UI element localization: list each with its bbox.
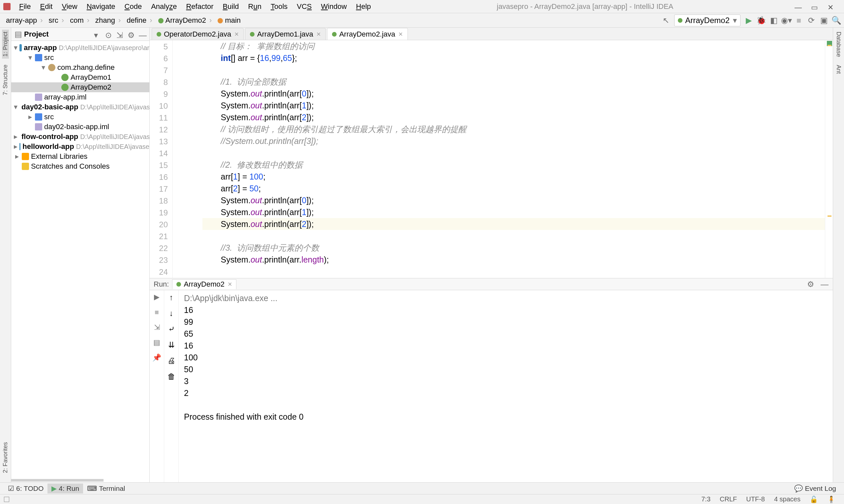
tool-structure[interactable]: 7: Structure — [2, 62, 9, 97]
tab-operatordemo2[interactable]: OperatorDemo2.java× — [152, 28, 244, 40]
tree-class-arraydemo2[interactable]: ArrayDemo2 — [11, 82, 149, 92]
print-icon[interactable]: 🖨 — [168, 356, 175, 365]
menu-tools[interactable]: Tools — [266, 2, 292, 11]
tab-arraydemo2[interactable]: ArrayDemo2.java× — [327, 28, 408, 40]
tool-event-log[interactable]: 💬Event Log — [790, 484, 840, 493]
tree-src-day02[interactable]: ▸src — [11, 112, 149, 122]
status-hector-icon[interactable]: 🧍 — [823, 496, 840, 503]
tree-package[interactable]: ▾com.zhang.define — [11, 62, 149, 72]
menu-help[interactable]: Help — [351, 2, 376, 11]
status-readonly-icon[interactable]: 🔓 — [805, 496, 823, 503]
layout-icon[interactable]: ▤ — [153, 338, 160, 347]
project-structure-icon[interactable]: ▣ — [820, 16, 828, 25]
code-area[interactable]: // 目标： 掌握数组的访问 int[] arr = {16,99,65}; /… — [183, 40, 825, 278]
tree-module-day02[interactable]: ▾day02-basic-appD:\App\ItelliJIDEA\javas… — [11, 102, 149, 112]
stop-icon[interactable]: ■ — [155, 308, 159, 317]
editor-right-stripe[interactable] — [825, 40, 833, 278]
tree-class-arraydemo1[interactable]: ArrayDemo1 — [11, 72, 149, 82]
profile-icon[interactable]: ◉▾ — [782, 16, 791, 25]
editor[interactable]: 5678910111213141516171819202122232425 //… — [150, 40, 833, 278]
status-caret-position[interactable]: 7:3 — [696, 496, 715, 503]
dump-icon[interactable]: ⇲ — [154, 323, 160, 332]
tree-module-array-app[interactable]: ▾array-appD:\App\ItelliJIDEA\javasepro\a… — [11, 43, 149, 53]
crumb-com[interactable]: com — [67, 16, 92, 25]
run-panel-tab[interactable]: ArrayDemo2 × — [172, 280, 236, 289]
down-icon[interactable]: ↓ — [170, 309, 173, 318]
menu-navigate[interactable]: Navigate — [82, 2, 120, 11]
crumb-zhang[interactable]: zhang — [93, 16, 123, 25]
menu-build[interactable]: Build — [218, 2, 244, 11]
tree-src[interactable]: ▾src — [11, 53, 149, 62]
run-console[interactable]: D:\App\jdk\bin\java.exe ...1699651610050… — [179, 290, 833, 482]
project-view-icon[interactable]: ▤ — [15, 30, 22, 39]
crumb-class[interactable]: ArrayDemo2 — [156, 16, 214, 25]
project-resize-handle[interactable] — [11, 479, 149, 482]
tree-iml-array-app[interactable]: array-app.iml — [11, 92, 149, 102]
coverage-icon[interactable]: ◧ — [770, 16, 778, 25]
menu-window[interactable]: Window — [316, 2, 351, 11]
run-tab-close-icon[interactable]: × — [228, 280, 232, 289]
menu-vcs[interactable]: VCS — [292, 2, 316, 11]
tree-scratches[interactable]: Scratches and Consoles — [11, 161, 149, 171]
hide-icon[interactable]: — — [139, 31, 146, 38]
update-icon[interactable]: ⟳ — [807, 16, 816, 25]
run-settings-icon[interactable]: ⚙ — [806, 280, 815, 289]
tool-project[interactable]: 1: Project — [2, 30, 9, 59]
tree-module-flow-control[interactable]: ▸flow-control-appD:\App\ItelliJIDEA\java… — [11, 132, 149, 142]
menu-analyze[interactable]: Analyze — [147, 2, 181, 11]
menu-file[interactable]: File — [15, 2, 35, 11]
project-tree[interactable]: ▾array-appD:\App\ItelliJIDEA\javasepro\a… — [11, 41, 149, 479]
menu-run[interactable]: Run — [244, 2, 266, 11]
crumb-define[interactable]: define — [124, 16, 155, 25]
stop-icon[interactable]: ■ — [795, 16, 803, 25]
warning-marker[interactable] — [828, 215, 831, 217]
run-panel-label: Run: — [154, 280, 169, 289]
tool-database[interactable]: Database — [835, 30, 842, 59]
run-hide-icon[interactable]: — — [820, 280, 829, 289]
run-config-selector[interactable]: ArrayDemo2 ▾ — [674, 15, 740, 26]
up-icon[interactable]: ↑ — [170, 293, 173, 302]
crumb-module[interactable]: array-app — [3, 16, 45, 25]
minimize-icon[interactable]: — — [795, 3, 801, 10]
tool-favorites[interactable]: 2: Favorites — [2, 440, 9, 475]
status-encoding[interactable]: UTF-8 — [741, 496, 770, 503]
status-toggle-icon[interactable] — [4, 497, 9, 502]
tab-arraydemo1[interactable]: ArrayDemo1.java× — [245, 28, 326, 40]
warning-marker[interactable] — [828, 45, 831, 46]
dropdown-icon[interactable]: ▾ — [94, 31, 101, 38]
collapse-icon[interactable]: ⇲ — [116, 31, 124, 38]
status-line-ending[interactable]: CRLF — [715, 496, 741, 503]
tool-ant[interactable]: Ant — [835, 63, 842, 76]
search-everywhere-icon[interactable]: 🔍 — [832, 16, 841, 25]
debug-icon[interactable]: 🐞 — [757, 16, 765, 25]
tree-module-helloworld[interactable]: ▸helloworld-appD:\App\ItelliJIDEA\javase — [11, 142, 149, 151]
tool-terminal[interactable]: ⌨Terminal — [83, 484, 129, 493]
run-icon[interactable]: ▶ — [744, 16, 753, 25]
close-icon[interactable]: ✕ — [828, 3, 834, 10]
tree-external-libraries[interactable]: ▸External Libraries — [11, 151, 149, 161]
rerun-icon[interactable]: ▶ — [154, 293, 159, 301]
tool-todo[interactable]: ☑6: TODO — [4, 484, 48, 493]
menu-edit[interactable]: Edit — [35, 2, 57, 11]
status-indent[interactable]: 4 spaces — [770, 496, 805, 503]
wrap-icon[interactable]: ⤶ — [168, 324, 175, 334]
tab-close-icon[interactable]: × — [316, 30, 321, 38]
tab-close-icon[interactable]: × — [235, 30, 239, 38]
crumb-src[interactable]: src — [46, 16, 67, 25]
tool-run[interactable]: ▶4: Run — [48, 484, 83, 493]
maximize-icon[interactable]: ▭ — [811, 3, 817, 10]
clear-icon[interactable]: 🗑 — [168, 372, 175, 381]
settings-icon[interactable]: ⚙ — [127, 31, 135, 38]
scroll-icon[interactable]: ⇊ — [168, 340, 175, 349]
menu-refactor[interactable]: Refactor — [181, 2, 218, 11]
back-nav-icon[interactable]: ↖ — [662, 16, 670, 25]
tree-iml-day02[interactable]: day02-basic-app.iml — [11, 122, 149, 132]
menu-code[interactable]: Code — [120, 2, 147, 11]
crumb-method[interactable]: main — [215, 16, 247, 25]
line-number-gutter[interactable]: 5678910111213141516171819202122232425 — [150, 40, 173, 278]
menu-view[interactable]: View — [57, 2, 82, 11]
pin-icon[interactable]: 📌 — [152, 354, 161, 362]
breakpoint-gutter[interactable] — [173, 40, 183, 278]
tab-close-icon[interactable]: × — [399, 30, 403, 38]
locate-icon[interactable]: ⊙ — [105, 31, 113, 38]
